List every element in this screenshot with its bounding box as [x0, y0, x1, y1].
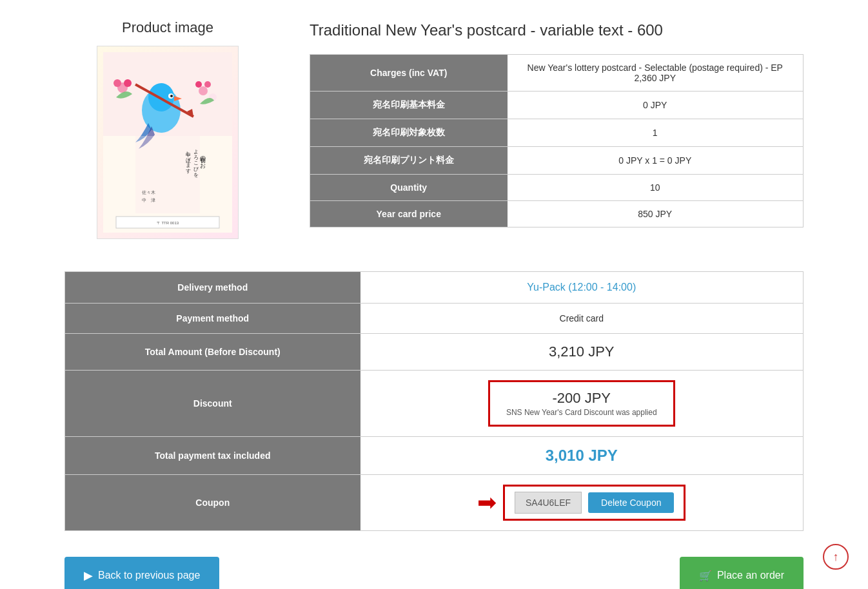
- svg-point-11: [124, 79, 132, 87]
- product-title: Traditional New Year's postcard - variab…: [310, 19, 804, 41]
- total-payment-value-cell: 3,010 JPY: [360, 437, 804, 475]
- svg-point-6: [170, 95, 173, 97]
- delivery-value: Yu-Pack (12:00 - 14:00): [360, 272, 804, 304]
- coupon-container: ➡ SA4U6LEF Delete Coupon: [373, 485, 791, 521]
- coupon-row: Coupon ➡ SA4U6LEF Delete Coupon: [65, 475, 804, 531]
- payment-value: Credit card: [360, 304, 804, 334]
- charges-label: Charges (inc VAT): [310, 54, 508, 91]
- discount-highlight-box: -200 JPY SNS New Year's Card Discount wa…: [488, 380, 675, 427]
- charges-row: Charges (inc VAT) New Year's lottery pos…: [310, 54, 804, 91]
- svg-point-12: [199, 86, 208, 95]
- delivery-row: Delivery method Yu-Pack (12:00 - 14:00): [65, 272, 804, 304]
- row1: 宛名印刷基本料金 0 JPY: [310, 91, 804, 119]
- row3-label: 宛名印刷プリント料金: [310, 146, 508, 174]
- discount-value-cell: -200 JPY SNS New Year's Card Discount wa…: [360, 371, 804, 437]
- chevron-up-icon: ↑: [833, 550, 839, 564]
- payment-row: Payment method Credit card: [65, 304, 804, 334]
- row2-label: 宛名印刷対象枚数: [310, 119, 508, 146]
- back-icon: ▶: [84, 568, 93, 583]
- product-image: 初春のお よろこびを 申し上げます 佐々木 中 津 〒 TTR 0013: [97, 46, 239, 239]
- discount-note: SNS New Year's Card Discount was applied: [506, 408, 657, 417]
- row1-value: 0 JPY: [508, 91, 804, 119]
- payment-label: Payment method: [65, 304, 360, 334]
- delivery-label: Delivery method: [65, 272, 360, 304]
- year-card-price-value: 850 JPY: [508, 200, 804, 227]
- row3: 宛名印刷プリント料金 0 JPY x 1 = 0 JPY: [310, 146, 804, 174]
- svg-text:中　津: 中 津: [142, 198, 155, 203]
- row2: 宛名印刷対象枚数 1: [310, 119, 804, 146]
- discount-row: Discount -200 JPY SNS New Year's Card Di…: [65, 371, 804, 437]
- svg-point-14: [195, 81, 202, 88]
- place-order-button[interactable]: 🛒 Place an order: [680, 557, 804, 589]
- product-image-title: Product image: [64, 19, 271, 36]
- total-payment-row: Total payment tax included 3,010 JPY: [65, 437, 804, 475]
- back-btn-label: Back to previous page: [98, 570, 200, 581]
- coupon-value-cell: ➡ SA4U6LEF Delete Coupon: [360, 475, 804, 531]
- product-info-table: Charges (inc VAT) New Year's lottery pos…: [310, 54, 804, 227]
- discount-value: -200 JPY: [506, 390, 657, 407]
- back-to-previous-button[interactable]: ▶ Back to previous page: [64, 557, 219, 589]
- cart-icon: 🛒: [699, 570, 712, 582]
- quantity-label: Quantity: [310, 174, 508, 200]
- svg-text:佐々木: 佐々木: [142, 190, 155, 195]
- row3-value: 0 JPY x 1 = 0 JPY: [508, 146, 804, 174]
- row1-label: 宛名印刷基本料金: [310, 91, 508, 119]
- total-payment-value: 3,010 JPY: [546, 447, 618, 464]
- coupon-highlight-box: SA4U6LEF Delete Coupon: [503, 485, 686, 521]
- bottom-buttons: ▶ Back to previous page 🛒 Place an order: [64, 557, 804, 589]
- scroll-to-top-button[interactable]: ↑: [823, 544, 849, 570]
- svg-text:申し上げます: 申し上げます: [185, 148, 191, 174]
- year-card-price-row: Year card price 850 JPY: [310, 200, 804, 227]
- coupon-label: Coupon: [65, 475, 360, 531]
- place-order-label: Place an order: [717, 570, 784, 581]
- year-card-price-label: Year card price: [310, 200, 508, 227]
- total-payment-label: Total payment tax included: [65, 437, 360, 475]
- delete-coupon-button[interactable]: Delete Coupon: [588, 492, 674, 513]
- charges-value: New Year's lottery postcard - Selectable…: [508, 54, 804, 91]
- total-before-label: Total Amount (Before Discount): [65, 334, 360, 371]
- svg-point-10: [113, 79, 121, 87]
- svg-point-13: [204, 81, 211, 88]
- total-before-value: 3,210 JPY: [360, 334, 804, 371]
- quantity-row: Quantity 10: [310, 174, 804, 200]
- red-arrow-icon: ➡: [477, 489, 497, 516]
- total-before-row: Total Amount (Before Discount) 3,210 JPY: [65, 334, 804, 371]
- coupon-code-display: SA4U6LEF: [515, 492, 582, 514]
- row2-value: 1: [508, 119, 804, 146]
- svg-text:〒 TTR 0013: 〒 TTR 0013: [157, 221, 179, 225]
- discount-label: Discount: [65, 371, 360, 437]
- svg-text:よろこびを: よろこびを: [193, 146, 199, 178]
- summary-table: Delivery method Yu-Pack (12:00 - 14:00) …: [64, 271, 804, 531]
- quantity-value: 10: [508, 174, 804, 200]
